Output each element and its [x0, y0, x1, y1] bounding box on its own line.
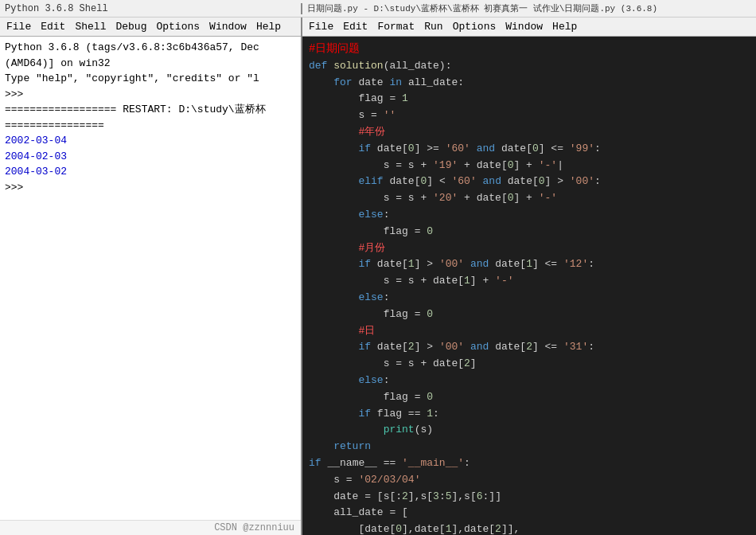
right-menu-window[interactable]: Window — [501, 19, 548, 34]
left-menu-options[interactable]: Options — [151, 19, 205, 34]
code-title-line: #日期问题 — [309, 40, 750, 58]
code-line-def: def solution(all_date): — [309, 58, 750, 75]
right-menu-edit[interactable]: Edit — [338, 19, 372, 34]
code-line-if2: if date[1] > '00' and date[1] <= '12': — [309, 256, 750, 273]
code-line-for: for date in all_date: — [309, 75, 750, 92]
code-line-s-assign: s = '02/03/04' — [309, 472, 750, 489]
code-line-else3: else: — [309, 373, 750, 389]
output-line-1: 2002-03-04 — [5, 133, 296, 149]
output-line-3: 2004-03-02 — [5, 164, 296, 180]
code-line-return: return — [309, 439, 750, 455]
shell-line: (AMD64)] on win32 — [5, 56, 296, 72]
right-menu-options[interactable]: Options — [448, 19, 501, 34]
shell-prompt: >>> — [5, 87, 296, 103]
shell-line: Type "help", "copyright", "credits" or "… — [5, 71, 296, 87]
code-line-s3: s = s + date[1] + '-' — [309, 273, 750, 290]
code-line-comment-day: #日 — [309, 323, 750, 340]
right-menu-file[interactable]: File — [304, 19, 338, 34]
code-line-flag1: flag = 1 — [309, 91, 750, 107]
left-menu-help[interactable]: Help — [251, 19, 286, 34]
right-menu-run[interactable]: Run — [419, 19, 447, 34]
title-comment: #日期问题 — [309, 42, 360, 55]
right-menu-help[interactable]: Help — [548, 19, 582, 34]
code-line-main: if __name__ == '__main__': — [309, 455, 750, 472]
code-line-if-flag: if flag == 1: — [309, 406, 750, 423]
code-line-comment-month: #月份 — [309, 240, 750, 257]
code-line-flag0-2: flag = 0 — [309, 307, 750, 323]
code-line-date: date = [s[:2],s[3:5],s[6:]] — [309, 489, 750, 506]
code-line-alldate1: [date[0],date[1],date[2]], — [309, 521, 750, 535]
code-line-else2: else: — [309, 290, 750, 307]
right-menu-format[interactable]: Format — [372, 19, 419, 34]
left-menu-file[interactable]: File — [2, 19, 36, 34]
code-line-if1: if date[0] >= '60' and date[0] <= '99': — [309, 141, 750, 158]
code-line-comment-year: #年份 — [309, 124, 750, 141]
left-menu-edit[interactable]: Edit — [36, 19, 70, 34]
left-title: Python 3.6.8 Shell — [5, 3, 108, 14]
shell-prompt-2: >>> — [5, 180, 296, 196]
code-line-if3: if date[2] > '00' and date[2] <= '31': — [309, 339, 750, 356]
code-line-flag0-3: flag = 0 — [309, 389, 750, 406]
editor-content[interactable]: #日期问题 def solution(all_date): for date i… — [302, 37, 756, 535]
code-line-s1: s = s + '19' + date[0] + '-'| — [309, 158, 750, 174]
code-line-print: print(s) — [309, 422, 750, 439]
credits-text: credits — [173, 72, 216, 84]
shell-line: Python 3.6.8 (tags/v3.6.8:3c6b436a57, De… — [5, 40, 296, 56]
output-line-2: 2004-02-03 — [5, 149, 296, 165]
separator-line: ================== RESTART: D:\study\蓝桥杯 — [5, 102, 296, 118]
left-menu-shell[interactable]: Shell — [70, 19, 111, 34]
right-menu-bar: File Edit Format Run Options Window Help — [302, 18, 756, 37]
code-line-elif1: elif date[0] < '60' and date[0] > '00': — [309, 174, 750, 190]
code-line-alldate: all_date = [ — [309, 505, 750, 521]
left-menu-bar: File Edit Shell Debug Options Window Hel… — [0, 18, 301, 37]
right-title: 日期问题.py - D:\study\蓝桥杯\蓝桥杯 初赛真第一 试作业\日期问… — [307, 2, 657, 14]
code-line-s: s = '' — [309, 107, 750, 124]
left-menu-window[interactable]: Window — [205, 19, 251, 34]
code-line-s2: s = s + '20' + date[0] + '-' — [309, 190, 750, 207]
shell-content: Python 3.6.8 (tags/v3.6.8:3c6b436a57, De… — [0, 37, 301, 520]
watermark: CSDN @zznnniuu — [0, 520, 301, 535]
left-menu-debug[interactable]: Debug — [111, 19, 151, 34]
separator-line2: ================ — [5, 118, 296, 134]
code-line-s4: s = s + date[2] — [309, 356, 750, 373]
code-line-else1: else: — [309, 207, 750, 224]
code-line-flag0-1: flag = 0 — [309, 224, 750, 240]
